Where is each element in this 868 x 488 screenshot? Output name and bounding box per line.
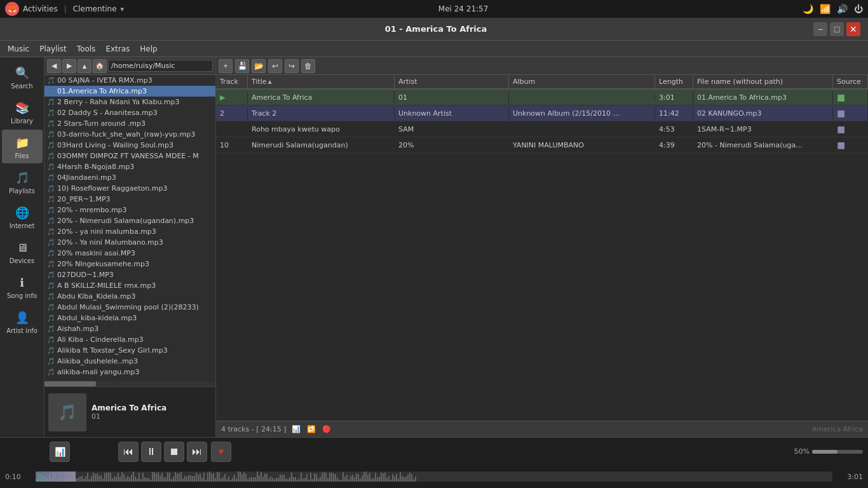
window-controls[interactable]: − □ ✕	[813, 22, 860, 36]
clear-button[interactable]: 🗑	[301, 59, 315, 73]
stop-button[interactable]: ⏹	[164, 442, 184, 462]
sidebar-item-files[interactable]: 📁 Files	[2, 130, 43, 163]
col-header-length[interactable]: Length	[655, 75, 693, 88]
repeat-button[interactable]: 🔁	[305, 423, 318, 436]
menu-extras[interactable]: Extras	[100, 43, 135, 55]
file-scrollbar-thumb[interactable]	[44, 381, 96, 386]
visualizer-button[interactable]: 📊	[50, 442, 70, 462]
col-header-album[interactable]: Album	[509, 75, 655, 88]
file-item[interactable]: 🎵 04Jiandaeni.mp3	[44, 172, 215, 183]
sort-arrow-icon: ▲	[268, 79, 272, 85]
file-item[interactable]: 🎵 20% maskini asai.MP3	[44, 248, 215, 259]
menu-music[interactable]: Music	[3, 43, 34, 55]
file-name: 20% - Ya nini Malumbano.mp3	[57, 238, 163, 247]
volume-slider[interactable]	[812, 450, 863, 454]
file-item[interactable]: 🎵 20% - Ya nini Malumbano.mp3	[44, 237, 215, 248]
file-name: 04Jiandaeni.mp3	[57, 173, 116, 182]
file-item[interactable]: 🎵 00 SAJNA - IVETA RMX.mp3	[44, 75, 215, 86]
file-scrollbar[interactable]	[44, 381, 215, 386]
menu-playlist[interactable]: Playlist	[34, 43, 72, 55]
sidebar-item-devices[interactable]: 🖥 Devices	[2, 234, 43, 268]
file-item[interactable]: 🎵 20% NIngekusamehe.mp3	[44, 259, 215, 269]
file-item[interactable]: 🎵 2 Stars-Turn around .mp3	[44, 118, 215, 129]
table-row[interactable]: ▶ America To Africa 01 3:01 01.America T…	[216, 90, 868, 105]
sidebar-item-internet[interactable]: 🌐 Internet	[2, 200, 43, 233]
col-header-track[interactable]: Track	[216, 75, 248, 88]
file-item[interactable]: 🎵 20_PER~1.MP3	[44, 194, 215, 205]
maximize-button[interactable]: □	[830, 22, 844, 36]
playlist-status-bar: 4 tracks - [ 24:15 ] 📊 🔁 🔴 America Afric…	[216, 421, 868, 437]
sidebar-item-playlists[interactable]: 🎵 Playlists	[2, 165, 43, 198]
close-button[interactable]: ✕	[846, 22, 860, 36]
undo-button[interactable]: ↩	[268, 59, 282, 73]
file-item[interactable]: 🎵 2 Berry - Raha Ndani Ya Klabu.mp3	[44, 97, 215, 107]
redo-button[interactable]: ↪	[285, 59, 299, 73]
col-header-artist[interactable]: Artist	[395, 75, 509, 88]
progress-bar[interactable]	[36, 471, 832, 482]
file-item[interactable]: 🎵 027DUD~1.MP3	[44, 269, 215, 280]
file-item[interactable]: 🎵 01.America To Africa.mp3	[44, 86, 215, 97]
progress-waveform	[36, 471, 832, 482]
equalizer-button[interactable]: 📊	[290, 423, 302, 436]
power-icon[interactable]: ⏻	[854, 4, 863, 14]
file-item[interactable]: 🎵 Alikiba_dushelele..mp3	[44, 356, 215, 367]
next-button[interactable]: ⏭	[187, 442, 207, 462]
file-item[interactable]: 🎵 02 Daddy S - Ananitesa.mp3	[44, 107, 215, 118]
file-item[interactable]: 🎵 Abdul Mulasi_Swimming pool (2)(28233)	[44, 302, 215, 313]
file-name: Alikiba ft Toxstar_Sexy Girl.mp3	[57, 346, 168, 355]
cell-album	[509, 126, 655, 132]
file-item[interactable]: 🎵 03-darrio-fuck_she_wah_(raw)-yvp.mp3	[44, 129, 215, 140]
sidebar-item-artist-info[interactable]: 👤 Artist info	[2, 304, 43, 338]
sidebar-item-search[interactable]: 🔍 Search	[2, 60, 43, 93]
play-pause-button[interactable]: ⏸	[141, 442, 161, 462]
table-row[interactable]: Roho mbaya kwetu wapo SAM 4:53 1SAM-R~1.…	[216, 121, 868, 137]
shuffle-button[interactable]: 🔴	[320, 423, 333, 436]
file-icon: 🎵	[47, 131, 55, 138]
col-header-title[interactable]: Title ▲	[248, 75, 395, 88]
col-header-source[interactable]: Source	[833, 75, 868, 88]
file-item[interactable]: 🎵 A B SKILLZ-MILELE rmx.mp3	[44, 280, 215, 291]
app-name-label[interactable]: Clementine	[73, 4, 117, 13]
add-to-playlist-button[interactable]: +	[219, 59, 233, 73]
back-button[interactable]: ◀	[47, 59, 61, 73]
prev-button[interactable]: ⏮	[118, 442, 139, 462]
load-playlist-button[interactable]: 📂	[252, 59, 266, 73]
album-art: 🎵	[48, 393, 86, 431]
sidebar-item-library[interactable]: 📚 Library	[2, 95, 43, 128]
file-item[interactable]: 🎵 Alikiba ft Toxstar_Sexy Girl.mp3	[44, 345, 215, 356]
cell-length: 3:01	[655, 91, 693, 104]
activities-label[interactable]: Activities	[23, 4, 58, 13]
cell-artist: Unknown Artist	[395, 107, 509, 120]
up-button[interactable]: ▲	[78, 59, 92, 73]
file-icon: 🎵	[47, 228, 55, 235]
table-row[interactable]: 10 Nimerudi Salama(ugandan) 20% YANINI M…	[216, 137, 868, 153]
file-item[interactable]: 🎵 20% - Nimerudi Salama(ugandan).mp3	[44, 215, 215, 226]
minimize-button[interactable]: −	[813, 22, 827, 36]
col-header-filename[interactable]: File name (without path)	[693, 75, 833, 88]
file-item[interactable]: 🎵 03Hard Living - Wailing Soul.mp3	[44, 140, 215, 151]
file-item[interactable]: 🎵 Abdu Kiba_Kidela.mp3	[44, 291, 215, 302]
menu-tools[interactable]: Tools	[72, 43, 101, 55]
file-item[interactable]: 🎵 Aishah.mp3	[44, 323, 215, 334]
home-button[interactable]: 🏠	[93, 59, 107, 73]
sidebar: 🔍 Search 📚 Library 📁 Files 🎵 Playlists 🌐…	[0, 57, 44, 437]
file-item[interactable]: 🎵 Abdul_kiba-kidela.mp3	[44, 313, 215, 323]
menu-help[interactable]: Help	[135, 43, 162, 55]
file-item[interactable]: 🎵 03OMMY DIMPOZ FT VANESSA MDEE - M	[44, 151, 215, 161]
sidebar-item-song-info[interactable]: ℹ Song info	[2, 269, 43, 303]
file-list[interactable]: 🎵 00 SAJNA - IVETA RMX.mp3 🎵 01.America …	[44, 75, 215, 381]
file-item[interactable]: 🎵 Ali Kiba - Cinderella.mp3	[44, 334, 215, 345]
save-playlist-button[interactable]: 💾	[235, 59, 249, 73]
forward-button[interactable]: ▶	[62, 59, 76, 73]
file-item[interactable]: 🎵 alikiba-mali yangu.mp3	[44, 367, 215, 377]
file-item[interactable]: 🎵 20% - mrembo.mp3	[44, 205, 215, 215]
cell-source: ■	[833, 105, 868, 121]
file-item[interactable]: 🎵 4Harsh B-Ngoja8.mp3	[44, 161, 215, 172]
controls-row: 📊 ⏮ ⏸ ⏹ ⏭ ♥ 50%	[0, 438, 868, 465]
table-row[interactable]: 2 Track 2 Unknown Artist Unknown Album (…	[216, 105, 868, 121]
cell-artist: 01	[395, 91, 509, 104]
file-icon: 🎵	[47, 304, 55, 311]
love-button[interactable]: ♥	[211, 442, 231, 462]
file-item[interactable]: 🎵 10) Roseflower Raggaeton.mp3	[44, 183, 215, 194]
file-item[interactable]: 🎵 20% - ya nini malumba.mp3	[44, 226, 215, 237]
